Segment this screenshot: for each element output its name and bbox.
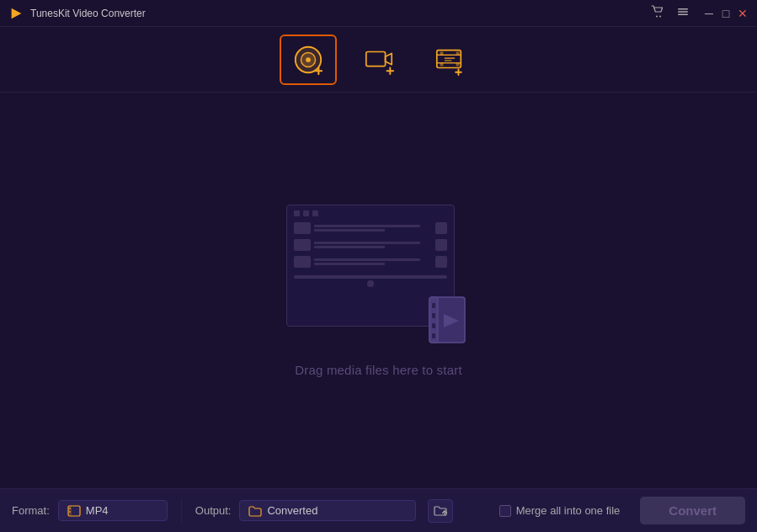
- svg-rect-13: [365, 51, 385, 66]
- svg-rect-30: [432, 303, 435, 308]
- output-label: Output:: [195, 504, 232, 517]
- folder-icon: [248, 505, 262, 517]
- svg-rect-33: [432, 333, 435, 338]
- drop-film-icon: [425, 293, 472, 348]
- title-bar: TunesKit Video Converter ─: [0, 0, 757, 27]
- menu-icon[interactable]: [676, 5, 690, 21]
- svg-marker-0: [12, 8, 22, 19]
- format-icon: [67, 505, 81, 517]
- output-value: Converted: [267, 504, 317, 517]
- drop-illustration: [286, 205, 472, 348]
- svg-rect-37: [69, 508, 71, 509]
- svg-rect-21: [456, 51, 459, 55]
- bottom-bar: Format: MP4 Output: Converted Merge all …: [0, 488, 757, 532]
- add-media-button[interactable]: [280, 35, 337, 85]
- maximize-button[interactable]: □: [720, 8, 732, 19]
- merge-section: Merge all into one file: [499, 504, 621, 517]
- svg-rect-4: [678, 11, 688, 13]
- title-icons: [651, 5, 690, 21]
- title-controls: ─ □ ✕: [703, 8, 749, 19]
- close-button[interactable]: ✕: [737, 8, 749, 19]
- svg-rect-23: [456, 62, 459, 66]
- merge-label: Merge all into one file: [516, 504, 621, 517]
- title-left: TunesKit Video Converter: [8, 6, 146, 21]
- minimize-button[interactable]: ─: [703, 8, 715, 19]
- svg-rect-38: [69, 511, 71, 513]
- format-label: Format:: [12, 504, 50, 517]
- browse-folder-button[interactable]: [428, 499, 453, 523]
- svg-point-1: [656, 16, 658, 18]
- svg-point-10: [306, 57, 311, 62]
- svg-marker-14: [385, 53, 392, 64]
- svg-point-2: [659, 16, 661, 18]
- cart-icon[interactable]: [651, 5, 664, 21]
- toolbar: [0, 27, 757, 93]
- merge-checkbox[interactable]: [499, 505, 511, 517]
- svg-rect-3: [678, 8, 688, 10]
- format-box[interactable]: MP4: [58, 500, 168, 521]
- app-title: TunesKit Video Converter: [30, 8, 146, 19]
- output-box[interactable]: Converted: [239, 500, 416, 521]
- app-logo: [8, 6, 24, 21]
- format-value: MP4: [86, 504, 109, 517]
- svg-rect-31: [432, 313, 435, 318]
- svg-rect-32: [432, 323, 435, 328]
- add-video-button[interactable]: [350, 35, 408, 85]
- separator: [181, 498, 182, 524]
- toolbox-button[interactable]: [421, 35, 478, 85]
- svg-rect-5: [678, 14, 688, 16]
- main-content: Drag media files here to start: [0, 93, 757, 488]
- svg-rect-22: [440, 62, 443, 66]
- svg-rect-20: [440, 51, 443, 55]
- convert-button[interactable]: Convert: [640, 497, 745, 524]
- drag-text: Drag media files here to start: [295, 363, 462, 377]
